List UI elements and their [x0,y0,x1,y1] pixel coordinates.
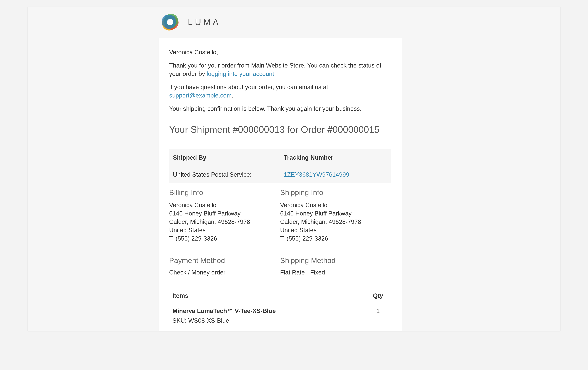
shipment-title: Your Shipment #000000013 for Order #0000… [169,123,391,139]
ship-method-value: Flat Rate - Fixed [280,268,391,277]
shipping-heading: Shipping Info [280,188,391,198]
billing-heading: Billing Info [169,188,280,198]
svg-point-4 [167,19,173,25]
tracking-head-carrier: Shipped By [169,149,280,166]
brand-header: LUMA [159,12,402,38]
shipping-info: Shipping Info Veronica Costello 6146 Hon… [280,188,391,243]
questions-paragraph: If you have questions about your order, … [169,83,391,100]
shipping-city: Calder, Michigan, 49628-7978 [280,218,391,226]
support-email-link[interactable]: support@example.com [169,92,232,99]
payment-value: Check / Money order [169,268,280,277]
questions-pre: If you have questions about your order, … [169,84,328,90]
shipping-country: United States [280,226,391,234]
table-row: Minerva LumaTech™ V-Tee-XS-Blue 1 [169,302,391,316]
item-qty: 1 [368,307,388,315]
luma-logo-icon [160,12,181,33]
billing-info: Billing Info Veronica Costello 6146 Hone… [169,188,280,243]
intro-paragraph: Thank you for your order from Main Websi… [169,61,391,78]
billing-country: United States [169,226,280,234]
item-sku-label: SKU: [172,317,188,324]
shipping-method: Shipping Method Flat Rate - Fixed [280,255,391,277]
payment-heading: Payment Method [169,255,280,266]
email-body: Veronica Costello, Thank you for your or… [159,38,402,331]
email-preview-card: LUMA Veronica Costello, Thank you for yo… [27,7,561,331]
tracking-carrier: United States Postal Service: [169,166,280,183]
intro-post: . [274,70,276,77]
confirmation-line: Your shipping confirmation is below. Tha… [169,105,391,113]
address-grid: Billing Info Veronica Costello 6146 Hone… [169,188,391,243]
items-head-qty: Qty [368,291,388,300]
method-grid: Payment Method Check / Money order Shipp… [169,255,391,277]
shipping-street: 6146 Honey Bluff Parkway [280,209,391,218]
items-table: Items Qty Minerva LumaTech™ V-Tee-XS-Blu… [169,290,391,325]
billing-city: Calder, Michigan, 49628-7978 [169,218,280,226]
billing-street: 6146 Honey Bluff Parkway [169,209,280,218]
item-sku-value: WS08-XS-Blue [188,317,229,324]
billing-phone: T: (555) 229-3326 [169,234,280,243]
tracking-table: Shipped By Tracking Number United States… [169,149,391,183]
tracking-head-number: Tracking Number [280,149,391,166]
ship-method-heading: Shipping Method [280,255,391,266]
items-head-items: Items [172,291,368,300]
shipping-name: Veronica Costello [280,201,391,209]
brand-name: LUMA [188,17,221,27]
billing-name: Veronica Costello [169,201,280,209]
login-account-link[interactable]: logging into your account [207,70,274,77]
greeting: Veronica Costello, [169,48,391,56]
email-wrapper: LUMA Veronica Costello, Thank you for yo… [159,12,402,331]
shipping-phone: T: (555) 229-3326 [280,234,391,243]
item-name: Minerva LumaTech™ V-Tee-XS-Blue [172,307,368,315]
questions-post: . [232,92,233,99]
payment-method: Payment Method Check / Money order [169,255,280,277]
tracking-number-link[interactable]: 1ZEY3681YW97614999 [284,171,349,178]
item-sku-line: SKU: WS08-XS-Blue [169,316,391,325]
